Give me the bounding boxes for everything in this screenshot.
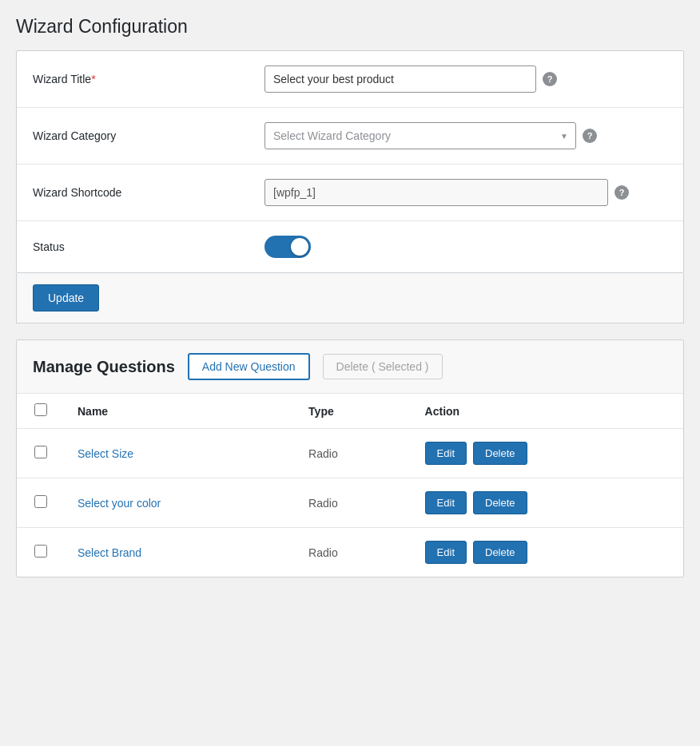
wizard-shortcode-input[interactable] xyxy=(264,179,608,206)
wizard-shortcode-field-cell: ? xyxy=(249,165,683,221)
question-name-cell: Select Brand xyxy=(65,528,296,577)
row-checkbox[interactable] xyxy=(34,545,47,558)
wizard-title-field-wrapper: ? xyxy=(264,65,667,93)
questions-table-body: Select Size Radio Edit Delete Select you… xyxy=(17,429,683,577)
add-new-question-button[interactable]: Add New Question xyxy=(188,353,310,380)
wizard-category-field-wrapper: Select Wizard Category ? xyxy=(264,122,667,149)
question-name-link[interactable]: Select Brand xyxy=(78,546,141,559)
manage-questions-header: Manage Questions Add New Question Delete… xyxy=(17,340,683,394)
question-action-cell: Edit Delete xyxy=(412,528,683,577)
status-toggle[interactable] xyxy=(264,236,311,258)
wizard-category-label: Wizard Category xyxy=(17,108,249,165)
row-checkbox[interactable] xyxy=(34,495,47,508)
question-name-link[interactable]: Select your color xyxy=(78,497,161,510)
edit-button[interactable]: Edit xyxy=(425,541,467,564)
action-buttons: Edit Delete xyxy=(425,442,670,465)
delete-row-button[interactable]: Delete xyxy=(473,491,527,514)
update-button[interactable]: Update xyxy=(33,284,99,311)
questions-table-head: Name Type Action xyxy=(17,394,683,429)
wizard-shortcode-help-icon[interactable]: ? xyxy=(614,185,629,200)
header-checkbox-cell xyxy=(17,394,65,429)
questions-table-header-row: Name Type Action xyxy=(17,394,683,429)
row-checkbox-cell xyxy=(17,478,65,528)
table-row: Select your color Radio Edit Delete xyxy=(17,478,683,528)
wizard-status-field-cell xyxy=(249,221,683,273)
toggle-slider xyxy=(264,236,311,258)
edit-button[interactable]: Edit xyxy=(425,442,467,465)
delete-selected-button[interactable]: Delete ( Selected ) xyxy=(323,354,443,379)
wizard-title-field-cell: ? xyxy=(249,51,683,108)
header-action: Action xyxy=(412,394,683,429)
question-action-cell: Edit Delete xyxy=(412,478,683,528)
wizard-shortcode-row: Wizard Shortcode ? xyxy=(17,165,683,221)
manage-questions-title: Manage Questions xyxy=(33,358,175,376)
wizard-title-help-icon[interactable]: ? xyxy=(543,72,557,86)
wizard-status-row: Status xyxy=(17,221,683,273)
header-name: Name xyxy=(65,394,296,429)
wizard-category-select[interactable]: Select Wizard Category xyxy=(264,122,576,149)
select-all-checkbox[interactable] xyxy=(34,403,47,416)
wizard-title-row: Wizard Title* ? xyxy=(17,51,683,108)
table-row: Select Brand Radio Edit Delete xyxy=(17,528,683,577)
wizard-shortcode-label: Wizard Shortcode xyxy=(17,165,249,221)
question-name-cell: Select your color xyxy=(65,478,296,528)
wizard-config-card: Wizard Title* ? Wizard Category S xyxy=(16,50,684,273)
wizard-title-label: Wizard Title* xyxy=(17,51,249,108)
question-name-link[interactable]: Select Size xyxy=(78,447,133,460)
question-type-cell: Radio xyxy=(296,478,412,528)
update-bar: Update xyxy=(16,273,684,323)
question-type-cell: Radio xyxy=(296,528,412,577)
questions-table: Name Type Action Select Size Radio Edit … xyxy=(17,394,683,577)
header-type: Type xyxy=(296,394,412,429)
action-buttons: Edit Delete xyxy=(425,491,670,514)
status-toggle-container xyxy=(264,236,667,258)
delete-row-button[interactable]: Delete xyxy=(473,442,527,465)
config-table: Wizard Title* ? Wizard Category S xyxy=(17,51,683,272)
wizard-title-input[interactable] xyxy=(264,65,536,93)
row-checkbox[interactable] xyxy=(34,446,47,458)
row-checkbox-cell xyxy=(17,528,65,577)
required-star: * xyxy=(91,73,95,85)
wizard-category-help-icon[interactable]: ? xyxy=(583,129,597,143)
wizard-shortcode-field-wrapper: ? xyxy=(264,179,667,206)
wizard-status-label: Status xyxy=(17,221,249,273)
table-row: Select Size Radio Edit Delete xyxy=(17,429,683,478)
edit-button[interactable]: Edit xyxy=(425,491,467,514)
delete-row-button[interactable]: Delete xyxy=(473,541,527,564)
question-action-cell: Edit Delete xyxy=(412,429,683,478)
page-title: Wizard Configuration xyxy=(16,16,684,38)
wizard-category-select-wrapper: Select Wizard Category xyxy=(264,122,576,149)
action-buttons: Edit Delete xyxy=(425,541,670,564)
wizard-category-field-cell: Select Wizard Category ? xyxy=(249,108,683,165)
wizard-category-row: Wizard Category Select Wizard Category ? xyxy=(17,108,683,165)
question-name-cell: Select Size xyxy=(65,429,296,478)
manage-questions-section: Manage Questions Add New Question Delete… xyxy=(16,339,684,577)
question-type-cell: Radio xyxy=(296,429,412,478)
row-checkbox-cell xyxy=(17,429,65,478)
